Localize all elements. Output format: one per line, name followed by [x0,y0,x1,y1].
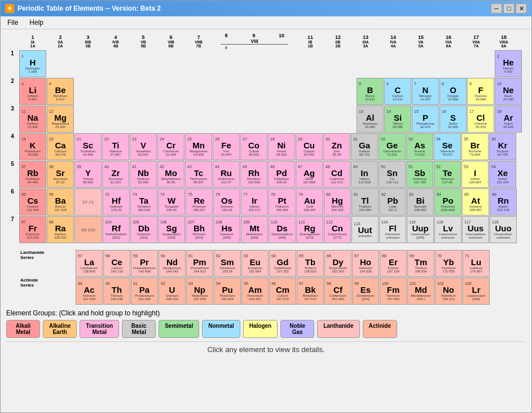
element-Ho[interactable]: 67HoHolmium164.930 [352,250,379,277]
menu-file[interactable]: File [3,17,23,28]
element-Cn[interactable]: 112CnCopernicium[277] [324,216,351,243]
element-Pm[interactable]: 61PmPromethium144.913 [186,250,213,277]
element-S[interactable]: 16SSulfur32.065 [439,106,467,133]
element-Uut[interactable]: 113Uutunknown [351,216,379,243]
element-Np[interactable]: 93NpNeptunium237.048 [186,278,213,305]
element-Yb[interactable]: 70YbYtterbium173.055 [435,250,462,277]
element-Eu[interactable]: 63EuEuropium151.964 [241,250,269,277]
element-Pd[interactable]: 46PdPalladium106.42 [268,161,295,188]
element-Cr[interactable]: 24CrChromium51.996 [157,133,184,160]
group-basic[interactable]: BasicMetal [122,320,156,338]
group-noble[interactable]: NobleGas [280,320,314,338]
group-halogen[interactable]: Halogen [243,320,278,338]
element-Th[interactable]: 90ThThorium232.038 [103,278,130,305]
element-Mo[interactable]: 42MoMolybdenum95.95 [157,161,184,188]
element-Es[interactable]: 99EsEinsteinium[254] [352,278,379,305]
element-W[interactable]: 74WTungsten183.84 [158,188,185,216]
element-Rn[interactable]: 86RnRadon222.018 [490,188,517,216]
element-Ds[interactable]: 110DsDarmstadtium[269] [269,216,296,243]
element-Nb[interactable]: 41NbNiobium92.906 [130,161,157,188]
element-Tm[interactable]: 69TmThulium168.934 [407,250,434,277]
element-Cf[interactable]: 98CfCalifornium251.080 [324,278,351,305]
element-Li[interactable]: 3LiLithium6.941 [19,78,46,105]
element-Cu[interactable]: 29CuCopper63.546 [296,133,323,160]
element-Cm[interactable]: 96CmCurium247.070 [269,278,296,305]
element-Ac[interactable]: 89AcActinium227.028 [76,278,103,305]
element-H[interactable]: 1HHydrogen1.008 [19,50,46,77]
element-Uup[interactable]: 115UupLivermorium[288] [407,216,434,243]
element-Am[interactable]: 95AmAmericium243.061 [241,278,269,305]
element-Fe[interactable]: 26FeIron55.845 [213,133,240,160]
maximize-button[interactable]: □ [503,3,515,14]
element-Lu[interactable]: 71LuLutetium174.967 [463,250,490,277]
group-transition[interactable]: TransitionMetal [80,320,119,338]
element-Pt[interactable]: 78PtPlatinum195.084 [269,188,296,216]
element-Ca[interactable]: 20CaCalcium40.078 [47,133,74,160]
element-As[interactable]: 33AsArsenic74.922 [406,133,433,160]
element-Ru[interactable]: 44RuRuthenium101.07 [213,161,240,188]
element-U[interactable]: 92UUranium238.029 [159,278,186,305]
element-Ce[interactable]: 58CeCerium140.116 [103,250,130,277]
element-Se[interactable]: 34SeSelenium78.971 [434,133,461,160]
element-Ni[interactable]: 28NiNickel58.693 [268,133,295,160]
element-Br[interactable]: 35BrBromine79.904 [461,133,489,160]
element-Dy[interactable]: 66DyDysprosium162.500 [324,250,351,277]
element-Kr[interactable]: 36KrKrypton84.798 [489,133,516,160]
element-Ge[interactable]: 32GeGermanium72.631 [379,133,406,160]
group-alkaline[interactable]: AlkalineEarth [43,320,77,338]
element-Nd[interactable]: 60NdNeodymium144.243 [159,250,186,277]
element-Hs[interactable]: 108HsHassium[269] [213,216,240,243]
element-Be[interactable]: 4BeBeryllium9.012 [47,78,74,105]
element-P[interactable]: 15PPhosphorus30.974 [412,106,439,133]
element-Xe[interactable]: 54XeXenon131.294 [489,161,516,188]
element-I[interactable]: 53IIodine126.904 [461,161,489,188]
element-Po[interactable]: 84PoPolonium[208,982] [434,188,461,216]
group-semimetal[interactable]: Semimetal [159,320,199,338]
element-Md[interactable]: 101MdMendelevium258.1 [407,278,434,305]
element-La[interactable]: 57LaLanthanum138.905 [76,250,103,277]
group-actinide[interactable]: Actinide [363,320,397,338]
element-Lr[interactable]: 103LrLawrencium[260] [463,278,490,305]
element-Sm[interactable]: 62SmSamarium150.36 [214,250,241,277]
element-Ti[interactable]: 22TiTitanium47.867 [102,133,129,160]
element-Hg[interactable]: 80HgMercury200.592 [324,188,351,216]
element-C[interactable]: 6CCarbon12.011 [384,78,411,105]
element-Fl[interactable]: 114FlFleroviumunknown [379,216,406,243]
element-Sn[interactable]: 50SnTin118.711 [379,161,406,188]
element-Ra[interactable]: 88RaRadium226.025 [47,216,74,243]
element-In[interactable]: 49InIndium114.818 [351,161,378,188]
element-K[interactable]: 19KPotassium39.098 [19,133,46,160]
element-Rh[interactable]: 45RhRhodium102.906 [240,161,267,188]
element-Sg[interactable]: 106SgSeaborgium[266] [158,216,185,243]
group-nonmetal[interactable]: Nonmetal [202,320,240,338]
element-Cd[interactable]: 48CdCadmium112.411 [323,161,350,188]
element-Rf[interactable]: 104RfRutherfordium[261] [103,216,130,243]
element-Si[interactable]: 14SiSilicon28.086 [384,106,411,133]
element-O[interactable]: 8OOxygen15.999 [439,78,467,105]
element-Bi[interactable]: 83BiBismuth208.980 [407,188,434,216]
element-Te[interactable]: 52TeTellurium127.60 [434,161,461,188]
element-Zn[interactable]: 30ZnZinc65.38 [323,133,350,160]
element-V[interactable]: 23VVanadium50.942 [130,133,157,160]
element-Al[interactable]: 13AlAluminum26.982 [357,106,384,133]
group-alkali[interactable]: AlkaliMetal [6,320,40,338]
group-lanthanide[interactable]: Lanthanide [317,320,359,338]
element-Au[interactable]: 79AuGold196.967 [296,188,323,216]
element-At[interactable]: 85AtAstatine209.987 [462,188,489,216]
element-Mn[interactable]: 25MnManganese54.938 [185,133,212,160]
element-N[interactable]: 7NNitrogen14.007 [412,78,439,105]
element-Pu[interactable]: 94PuPlutonium244.064 [214,278,241,305]
element-Fm[interactable]: 100FmFermium257.095 [380,278,407,305]
element-Bk[interactable]: 97BkBerkelium247.070 [297,278,324,305]
element-Tb[interactable]: 65TbTerbium158.925 [297,250,324,277]
element-Os[interactable]: 76OsOsmium190.23 [213,188,240,216]
element-Tl[interactable]: 81TlThallium204.383 [351,188,379,216]
element-Na[interactable]: 11NaSodium22.990 [19,106,46,133]
element-Ir[interactable]: 77IrIridium192.217 [241,188,268,216]
element-Pb[interactable]: 82PbLead207.2 [379,188,406,216]
element-Ne[interactable]: 10NeNeon20.180 [495,78,522,105]
element-B[interactable]: 5BBoron10.811 [357,78,384,105]
element-Gd[interactable]: 64GdGadolinium157.252 [269,250,296,277]
element-Ta[interactable]: 73TaTantalum180.948 [130,188,157,216]
element-Ar[interactable]: 18ArArgon39.948 [495,106,522,133]
